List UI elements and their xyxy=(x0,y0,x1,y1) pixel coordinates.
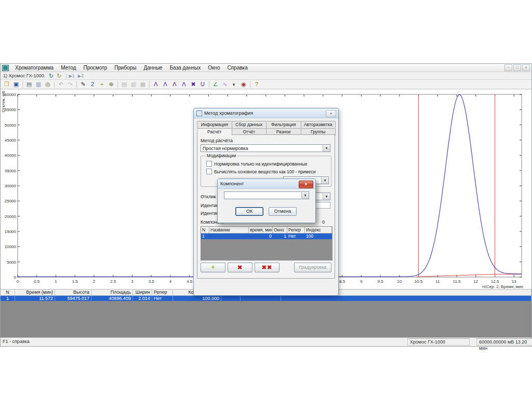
connect-icon[interactable]: ↻ xyxy=(49,73,54,79)
menu-database[interactable]: База данных xyxy=(166,65,205,71)
chevron-down-icon[interactable]: ▾ xyxy=(323,145,330,152)
delete-component-button[interactable]: ✖ xyxy=(228,263,252,272)
checkbox-normalize-identified[interactable]: Нормировка только на идентифицированные xyxy=(206,161,308,167)
col-time[interactable]: Время (мин) xyxy=(15,290,55,295)
toolbar-divider xyxy=(76,81,77,88)
svg-text:4.5: 4.5 xyxy=(187,279,193,284)
slope-icon[interactable]: ∠ xyxy=(211,80,220,89)
toolbar-divider xyxy=(250,81,250,88)
response-label: Отклик xyxy=(201,194,216,199)
component-dialog-titlebar[interactable]: Компонент × xyxy=(218,179,315,189)
start-channel-2-button[interactable]: ▶2 xyxy=(78,73,84,78)
svg-text:60000: 60000 xyxy=(5,92,17,97)
copy-icon[interactable]: ▥ xyxy=(34,80,43,89)
cascade-icon[interactable]: ▦ xyxy=(138,80,148,89)
svg-text:12: 12 xyxy=(473,279,478,284)
delete-all-components-button[interactable]: ✖✖ xyxy=(255,263,280,272)
instrument-bar: 1) Хромос ГХ-1000: ↻ ↻ ▶1 ▶2 xyxy=(1,72,531,80)
col-n[interactable]: N xyxy=(1,290,15,295)
svg-text:12.5: 12.5 xyxy=(491,279,499,284)
col-height[interactable]: Высота xyxy=(55,290,91,295)
component-cancel-button[interactable]: Отмена xyxy=(269,207,297,216)
menu-chromatogram[interactable]: Хроматограмма xyxy=(11,65,57,71)
draw-icon[interactable]: ✎ xyxy=(78,80,88,89)
acquire-icon[interactable]: ↻ xyxy=(57,73,61,79)
tile-horizontal-icon[interactable]: ▤ xyxy=(119,80,129,89)
svg-text:10: 10 xyxy=(397,279,402,284)
tab-acquisition[interactable]: Сбор данных xyxy=(232,121,267,128)
menu-view[interactable]: Просмотр xyxy=(79,65,111,71)
svg-text:3: 3 xyxy=(131,279,134,284)
svg-text:1.5: 1.5 xyxy=(72,279,78,284)
component-combobox[interactable]: ▾ xyxy=(224,191,309,199)
method-dialog-titlebar[interactable]: Метод хроматография × xyxy=(194,108,338,118)
component-dialog-close-icon[interactable]: × xyxy=(299,181,313,188)
undo-icon[interactable]: ↶ xyxy=(56,80,65,89)
chevron-down-icon[interactable]: ▾ xyxy=(323,193,330,200)
svg-text:13: 13 xyxy=(512,279,516,284)
peak-merge-icon[interactable]: Λ xyxy=(170,80,179,89)
close-icon[interactable]: × xyxy=(522,64,530,71)
contrast-icon[interactable]: ◐ xyxy=(230,80,239,89)
peak-split-icon[interactable]: Λ xyxy=(179,80,189,89)
redo-icon[interactable]: ↷ xyxy=(65,80,75,89)
baseline-icon[interactable]: U xyxy=(198,80,207,89)
tab-information[interactable]: Информация xyxy=(197,121,232,128)
menu-instruments[interactable]: Приборы xyxy=(111,65,140,71)
status-scale: 60000.00000 мВ 13.20 мин xyxy=(476,338,532,346)
checkbox-main-as-100[interactable]: Вычислять основное вещество как 100 - пр… xyxy=(206,169,315,174)
plus-icon: + xyxy=(211,264,215,271)
tab-strip: Информация Сбор данных Фильтрация Автора… xyxy=(197,121,335,135)
probe-icon[interactable]: ⊕ xyxy=(107,80,116,89)
print-icon[interactable]: ▤ xyxy=(24,80,34,89)
menu-window[interactable]: Окно xyxy=(204,65,223,71)
svg-text:2: 2 xyxy=(93,279,96,284)
tile-vertical-icon[interactable]: ▥ xyxy=(129,80,138,89)
method-dialog-close-icon[interactable]: × xyxy=(326,110,336,117)
component-dialog-title: Компонент xyxy=(220,181,244,186)
help-icon[interactable]: ? xyxy=(252,80,261,89)
save-icon[interactable]: ▣ xyxy=(11,80,21,89)
component-table-row-selected[interactable]: 1 0 1 Нет 100 xyxy=(201,234,332,239)
invert-icon[interactable]: ◉ xyxy=(239,80,248,89)
svg-text:10000: 10000 xyxy=(5,244,17,249)
svg-text:20000: 20000 xyxy=(5,214,17,219)
col-width[interactable]: Ширин xyxy=(133,290,152,295)
svg-text:11.5: 11.5 xyxy=(453,279,461,284)
col-area[interactable]: Площадь xyxy=(91,290,133,295)
status-hint: F1 - справка xyxy=(3,339,30,344)
peak-end-icon[interactable]: Λ xyxy=(161,80,170,89)
tab-automarkup[interactable]: Авторазметка xyxy=(301,121,336,128)
start-channel-1-button[interactable]: ▶1 xyxy=(69,73,75,78)
tab-calculation[interactable]: Расчёт xyxy=(197,128,232,135)
chevron-down-icon[interactable]: ▾ xyxy=(301,192,309,199)
peak-start-icon[interactable]: Λ xyxy=(151,80,161,89)
chevron-down-icon[interactable]: ▾ xyxy=(321,177,328,184)
menu-method[interactable]: Метод xyxy=(57,65,79,71)
calc-method-combobox[interactable]: Простая нормировка ▾ xyxy=(201,144,330,152)
checkbox-icon[interactable] xyxy=(206,161,212,167)
svg-text:1: 1 xyxy=(55,279,57,284)
calc-method-label: Метод расчёта xyxy=(201,138,233,143)
delete-all-icon: ✖✖ xyxy=(262,264,272,270)
zoom-level-icon[interactable]: 2 xyxy=(88,80,97,89)
restore-icon[interactable]: □ xyxy=(513,64,521,71)
app-icon[interactable] xyxy=(2,65,9,71)
status-instrument: Хромос ГХ-1000 xyxy=(407,338,470,346)
peak-delete-icon[interactable]: ✖ xyxy=(189,80,198,89)
component-dialog: Компонент × ▾ ОК Отмена xyxy=(217,179,316,223)
component-table-header: N Название время, мин Окно Репер Индекс xyxy=(201,227,332,234)
menu-help[interactable]: Справка xyxy=(223,65,251,71)
open-chromatogram-icon[interactable]: ❒ xyxy=(2,80,11,89)
svg-text:9: 9 xyxy=(360,279,363,284)
component-ok-button[interactable]: ОК xyxy=(235,207,263,216)
tab-filtering[interactable]: Фильтрация xyxy=(266,121,301,128)
menu-data[interactable]: Данные xyxy=(140,65,166,71)
checkbox-icon[interactable] xyxy=(206,169,212,174)
col-reference[interactable]: Репер xyxy=(152,290,173,295)
preview-icon[interactable]: ◎ xyxy=(43,80,52,89)
add-component-button[interactable]: + xyxy=(201,263,225,272)
minimize-icon[interactable]: − xyxy=(504,64,512,71)
smooth-icon[interactable]: ∿ xyxy=(220,80,230,89)
move-cross-icon[interactable]: + xyxy=(97,80,107,89)
